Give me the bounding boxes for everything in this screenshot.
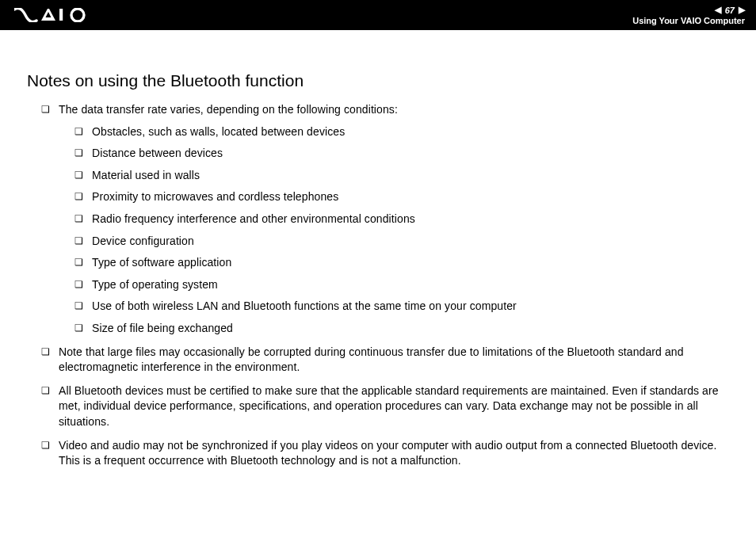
list-item: Size of file being exchanged: [74, 321, 734, 337]
header-right: ◀ 67 ▶ Using Your VAIO Computer: [632, 6, 745, 25]
list-item: Proximity to microwaves and cordless tel…: [74, 189, 734, 205]
vaio-logo: [14, 0, 90, 30]
list-item: Device configuration: [74, 234, 734, 250]
list-item-text: The data transfer rate varies, depending…: [59, 103, 398, 116]
list-item: Note that large files may occasionally b…: [41, 345, 734, 376]
svg-rect-0: [59, 9, 63, 21]
page-header: ◀ 67 ▶ Using Your VAIO Computer: [0, 0, 756, 30]
sub-bullet-list: Obstacles, such as walls, located betwee…: [59, 124, 734, 337]
list-item: The data transfer rate varies, depending…: [41, 102, 734, 337]
page-navigator: ◀ 67 ▶: [715, 6, 745, 15]
bullet-list: The data transfer rate varies, depending…: [27, 102, 734, 469]
list-item: Use of both wireless LAN and Bluetooth f…: [74, 299, 734, 315]
section-title: Using Your VAIO Computer: [632, 16, 745, 25]
list-item: Radio frequency interference and other e…: [74, 212, 734, 227]
list-item: Video and audio may not be synchronized …: [41, 438, 734, 469]
list-item: Type of operating system: [74, 277, 734, 293]
page-content: Notes on using the Bluetooth function Th…: [0, 30, 756, 469]
list-item: Material used in walls: [74, 168, 734, 184]
list-item: Obstacles, such as walls, located betwee…: [74, 124, 734, 140]
list-item: Type of software application: [74, 255, 734, 271]
page-number: 67: [725, 6, 735, 15]
prev-page-icon[interactable]: ◀: [715, 6, 721, 14]
svg-point-1: [71, 9, 84, 21]
content-heading: Notes on using the Bluetooth function: [27, 71, 734, 90]
list-item: Distance between devices: [74, 146, 734, 162]
list-item: All Bluetooth devices must be certified …: [41, 383, 734, 430]
next-page-icon[interactable]: ▶: [739, 6, 745, 14]
